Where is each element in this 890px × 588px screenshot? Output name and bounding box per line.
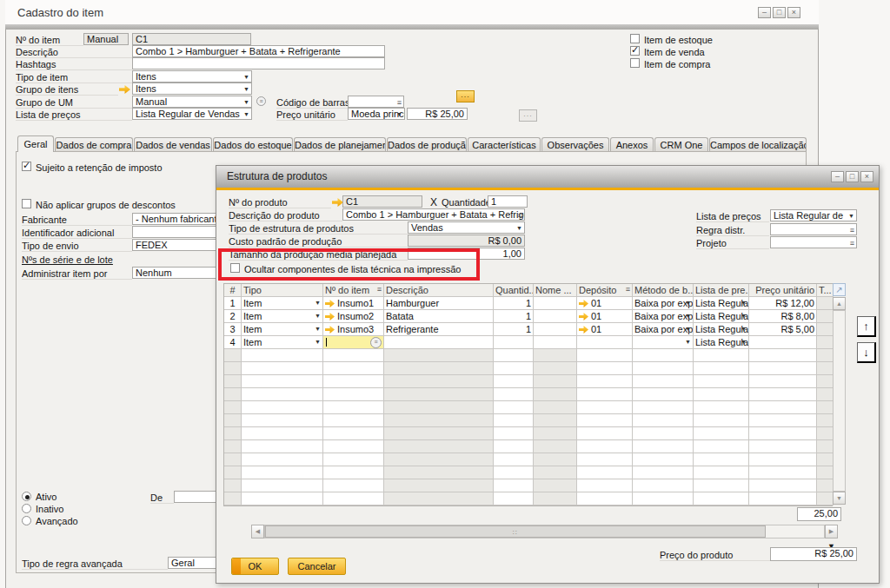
moeda-select[interactable]: Moeda princip▼ bbox=[348, 108, 405, 120]
cell-preco[interactable] bbox=[749, 453, 817, 466]
cell-item[interactable] bbox=[323, 466, 384, 479]
descricao-field[interactable]: Combo 1 > Hamburguer + Batata + Refriger… bbox=[132, 45, 385, 57]
cell-preco[interactable]: R$ 12,00 bbox=[749, 297, 817, 310]
cell-lista[interactable] bbox=[694, 479, 749, 492]
cell-dep[interactable] bbox=[577, 440, 633, 453]
cell-metodo[interactable] bbox=[633, 427, 694, 440]
scroll-left-icon[interactable]: ◀ bbox=[251, 525, 264, 538]
produto-field[interactable]: C1 bbox=[342, 195, 422, 208]
list-icon[interactable]: ≡ bbox=[377, 285, 382, 294]
cell-lista[interactable] bbox=[694, 453, 749, 466]
choose-from-list-icon[interactable]: ≡ bbox=[370, 337, 382, 348]
cell-nome[interactable] bbox=[534, 427, 577, 440]
cell-lista[interactable] bbox=[694, 349, 749, 362]
cell-lista[interactable]: Lista Regular▼ bbox=[694, 310, 749, 323]
cell-nome[interactable] bbox=[534, 440, 577, 453]
item-no-mode-field[interactable]: Manual bbox=[83, 33, 129, 45]
cell-dep[interactable]: 01 bbox=[577, 310, 633, 323]
cell-tipo[interactable] bbox=[242, 427, 323, 440]
cell-nome[interactable] bbox=[534, 388, 577, 401]
cell-item[interactable] bbox=[323, 349, 384, 362]
grupo-itens-select[interactable]: Itens▼ bbox=[132, 83, 252, 95]
cell-dep[interactable] bbox=[577, 492, 633, 505]
cell-nome[interactable] bbox=[534, 336, 577, 349]
cell-t[interactable] bbox=[817, 323, 834, 336]
cell-qtd[interactable] bbox=[494, 427, 534, 440]
cell-qtd[interactable] bbox=[494, 401, 534, 414]
cell-tipo[interactable]: Item▼ bbox=[242, 336, 323, 349]
cell-lista[interactable] bbox=[694, 388, 749, 401]
link-arrow-icon[interactable] bbox=[579, 300, 588, 307]
cell-t[interactable] bbox=[817, 362, 834, 375]
cell-t[interactable] bbox=[817, 453, 834, 466]
barcode-browse-button[interactable]: ... bbox=[456, 90, 475, 102]
cell-qtd[interactable] bbox=[494, 388, 534, 401]
cell-item[interactable] bbox=[323, 492, 384, 505]
tab-campos-de-localiza-o[interactable]: Campos de localização bbox=[709, 137, 807, 151]
cell-preco[interactable] bbox=[749, 362, 817, 375]
cell-num[interactable] bbox=[224, 466, 242, 479]
cell-item[interactable] bbox=[323, 479, 384, 492]
cell-metodo[interactable]: Baixa por exp▼ bbox=[633, 310, 694, 323]
ok-button[interactable]: OK bbox=[231, 558, 279, 575]
cell-nome[interactable] bbox=[534, 401, 577, 414]
item-de-venda-checkbox[interactable]: ✓ bbox=[630, 46, 640, 56]
cell-desc[interactable] bbox=[384, 375, 494, 388]
scroll-down-icon[interactable]: ▼ bbox=[833, 492, 846, 505]
cell-metodo[interactable]: Baixa por exp▼ bbox=[633, 297, 694, 310]
tab-crm-one[interactable]: CRM One bbox=[654, 137, 708, 151]
cell-lista[interactable]: Lista Regular▼ bbox=[694, 336, 749, 349]
cell-tipo[interactable]: Item▼ bbox=[242, 323, 323, 336]
ocultar-componentes-checkbox[interactable] bbox=[230, 263, 240, 273]
cell-desc[interactable]: Batata bbox=[384, 310, 494, 323]
cell-metodo[interactable] bbox=[633, 479, 694, 492]
link-arrow-icon[interactable] bbox=[325, 300, 335, 307]
cell-desc[interactable] bbox=[384, 427, 494, 440]
tab-dados-de-produ-o[interactable]: Dados de produção bbox=[387, 137, 467, 151]
cell-lista[interactable] bbox=[694, 427, 749, 440]
cell-nome[interactable] bbox=[534, 375, 577, 388]
cell-dep[interactable] bbox=[577, 453, 633, 466]
cell-num[interactable]: 4 bbox=[224, 336, 242, 349]
cell-dep[interactable] bbox=[577, 414, 633, 427]
tab-dados-de-planejamento[interactable]: Dados de planejamento bbox=[294, 137, 386, 151]
move-row-down-button[interactable]: ↓ bbox=[857, 342, 876, 363]
cell-qtd[interactable] bbox=[494, 336, 534, 349]
move-row-up-button[interactable]: ↑ bbox=[857, 316, 876, 337]
cell-metodo[interactable] bbox=[633, 401, 694, 414]
cell-lista[interactable] bbox=[694, 492, 749, 505]
cell-preco[interactable]: R$ 5,00 bbox=[749, 323, 817, 336]
tab-dados-de-vendas[interactable]: Dados de vendas bbox=[134, 137, 212, 151]
cell-num[interactable] bbox=[224, 401, 242, 414]
cell-lista[interactable] bbox=[694, 362, 749, 375]
cell-t[interactable] bbox=[817, 375, 834, 388]
cell-desc[interactable] bbox=[384, 466, 494, 479]
expand-grid-icon[interactable]: ↗ bbox=[833, 283, 846, 296]
cell-qtd[interactable]: 1 bbox=[494, 310, 534, 323]
cell-nome[interactable] bbox=[534, 310, 577, 323]
cell-metodo[interactable] bbox=[633, 453, 694, 466]
cell-item[interactable] bbox=[323, 427, 384, 440]
cell-preco[interactable] bbox=[749, 375, 817, 388]
hashtags-field[interactable] bbox=[132, 57, 385, 69]
cell-t[interactable] bbox=[817, 336, 834, 349]
cell-nome[interactable] bbox=[534, 323, 577, 336]
cell-metodo[interactable] bbox=[633, 349, 694, 362]
tab-dados-de-compra[interactable]: Dados de compra bbox=[55, 137, 133, 151]
item-no-field[interactable]: C1 bbox=[132, 33, 251, 45]
cell-preco[interactable] bbox=[749, 414, 817, 427]
vertical-scrollbar[interactable] bbox=[833, 310, 846, 492]
cell-preco[interactable] bbox=[749, 388, 817, 401]
cell-tipo[interactable] bbox=[242, 440, 323, 453]
cell-nome[interactable] bbox=[534, 492, 577, 505]
lista-precos-select[interactable]: Lista Regular de Vendas▼ bbox=[132, 108, 252, 120]
cell-num[interactable] bbox=[224, 414, 242, 427]
cell-nome[interactable] bbox=[534, 453, 577, 466]
cell-num[interactable] bbox=[224, 492, 242, 505]
item-de-compra-checkbox[interactable] bbox=[630, 58, 640, 68]
cell-desc[interactable] bbox=[384, 336, 494, 349]
cell-desc[interactable] bbox=[384, 414, 494, 427]
cell-num[interactable]: 1 bbox=[224, 297, 242, 310]
cell-qtd[interactable] bbox=[494, 466, 534, 479]
cell-num[interactable] bbox=[224, 427, 242, 440]
